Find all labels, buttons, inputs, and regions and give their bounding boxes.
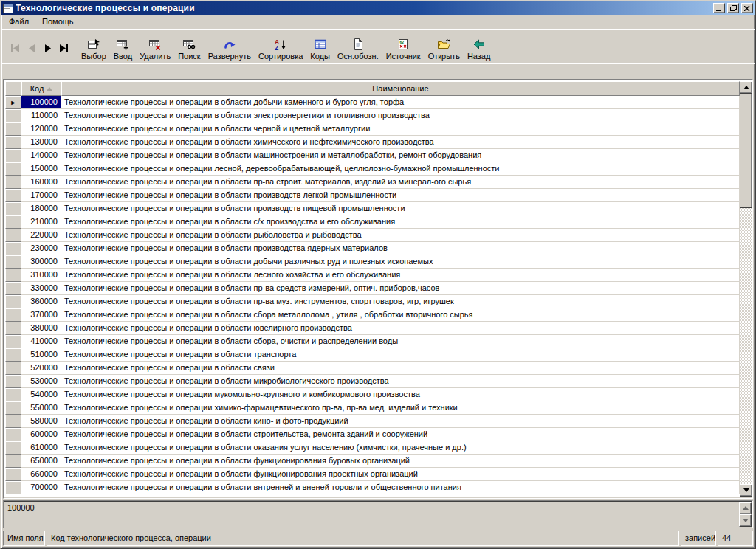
table-row[interactable]: 370000 Технологические процессы и операц…: [5, 308, 740, 322]
row-name-cell[interactable]: Технологические процессы и операции в об…: [61, 189, 740, 202]
row-name-cell[interactable]: Технологические процессы и операции в об…: [61, 109, 740, 122]
back-button[interactable]: Назад: [464, 37, 495, 61]
row-name-cell[interactable]: Технологические процессы и операции в об…: [61, 149, 740, 162]
delete-button[interactable]: Удалить: [136, 37, 174, 61]
row-code-cell[interactable]: 550000: [21, 401, 61, 415]
table-row[interactable]: 300000 Технологические процессы и операц…: [5, 255, 740, 269]
table-row[interactable]: 100000 Технологические процессы и операц…: [5, 96, 740, 109]
table-row[interactable]: 310000 Технологические процессы и операц…: [5, 269, 740, 282]
table-row[interactable]: 510000 Технологические процессы и операц…: [5, 348, 740, 362]
row-name-cell[interactable]: Технологические процессы и операции в об…: [61, 242, 740, 255]
menu-help[interactable]: Помощь: [36, 15, 80, 28]
row-name-cell[interactable]: Технологические процессы и операции в об…: [61, 455, 740, 468]
row-code-cell[interactable]: 650000: [21, 455, 61, 468]
row-name-cell[interactable]: Технологические процессы и операции в об…: [61, 348, 740, 362]
column-header-name[interactable]: Наименование: [61, 81, 740, 96]
insert-button[interactable]: Ввод: [110, 37, 136, 61]
row-name-cell[interactable]: Технологические процессы и операции в об…: [61, 176, 740, 189]
row-code-cell[interactable]: 130000: [21, 136, 61, 149]
row-name-cell[interactable]: Технологические процессы и операции в об…: [61, 415, 740, 428]
table-row[interactable]: 380000 Технологические процессы и операц…: [5, 322, 740, 335]
row-name-cell[interactable]: Технологические процессы и операции в об…: [61, 229, 740, 242]
prior-record-button[interactable]: [25, 43, 38, 54]
memo-field[interactable]: 100000: [4, 501, 738, 528]
minimize-button[interactable]: [713, 3, 725, 13]
table-row[interactable]: 130000 Технологические процессы и операц…: [5, 136, 740, 149]
row-name-cell[interactable]: Технологические процессы и операции хими…: [61, 401, 740, 415]
row-code-cell[interactable]: 170000: [21, 189, 61, 202]
table-row[interactable]: 540000 Технологические процессы и операц…: [5, 388, 740, 401]
row-code-cell[interactable]: 360000: [21, 295, 61, 308]
row-name-cell[interactable]: Технологические процессы и операции в об…: [61, 215, 740, 229]
table-row[interactable]: 170000 Технологические процессы и операц…: [5, 189, 740, 202]
row-name-cell[interactable]: Технологические процессы и операции в об…: [61, 335, 740, 348]
row-code-cell[interactable]: 140000: [21, 149, 61, 162]
table-row[interactable]: 160000 Технологические процессы и операц…: [5, 176, 740, 189]
row-name-cell[interactable]: Технологические процессы и операции муко…: [61, 388, 740, 401]
memo-scroll-down-button[interactable]: [739, 514, 752, 527]
row-name-cell[interactable]: Технологические процессы и операции в об…: [61, 282, 740, 295]
row-name-cell[interactable]: Технологические процессы и операции в об…: [61, 468, 740, 481]
row-name-cell[interactable]: Технологические процессы и операции в об…: [61, 308, 740, 322]
row-code-cell[interactable]: 210000: [21, 215, 61, 229]
row-code-cell[interactable]: 110000: [21, 109, 61, 122]
select-button[interactable]: Выбор: [78, 37, 110, 61]
row-code-cell[interactable]: 660000: [21, 468, 61, 481]
row-code-cell[interactable]: 160000: [21, 176, 61, 189]
table-row[interactable]: 180000 Технологические процессы и операц…: [5, 202, 740, 215]
scrollbar-thumb[interactable]: [740, 94, 752, 208]
last-record-button[interactable]: [58, 43, 70, 54]
next-record-button[interactable]: [41, 43, 54, 54]
row-name-cell[interactable]: Технологические процессы и операции лесн…: [61, 162, 740, 176]
row-name-cell[interactable]: Технологические процессы и операции в об…: [61, 202, 740, 215]
close-button[interactable]: [741, 3, 753, 13]
table-row[interactable]: 150000 Технологические процессы и операц…: [5, 162, 740, 176]
first-record-button[interactable]: [9, 43, 21, 54]
row-name-cell[interactable]: Технологические процессы и операции в об…: [61, 255, 740, 269]
table-row[interactable]: 110000 Технологические процессы и операц…: [5, 109, 740, 122]
row-code-cell[interactable]: 510000: [21, 348, 61, 362]
scrollbar-track[interactable]: [740, 208, 752, 484]
row-code-cell[interactable]: 180000: [21, 202, 61, 215]
row-code-cell[interactable]: 600000: [21, 428, 61, 441]
row-name-cell[interactable]: Технологические процессы и операции в об…: [61, 322, 740, 335]
row-code-cell[interactable]: 530000: [21, 375, 61, 388]
row-code-cell[interactable]: 380000: [21, 322, 61, 335]
row-name-cell[interactable]: Технологические процессы и операции в об…: [61, 96, 740, 109]
row-name-cell[interactable]: Технологические процессы и операции в об…: [61, 122, 740, 136]
column-header-code[interactable]: Код: [21, 81, 61, 96]
table-row[interactable]: 610000 Технологические процессы и операц…: [5, 441, 740, 455]
table-row[interactable]: 330000 Технологические процессы и операц…: [5, 282, 740, 295]
table-row[interactable]: 550000 Технологические процессы и операц…: [5, 401, 740, 415]
scroll-down-button[interactable]: [740, 484, 752, 497]
row-code-cell[interactable]: 150000: [21, 162, 61, 176]
row-name-cell[interactable]: Технологические процессы и операции в об…: [61, 362, 740, 375]
row-code-cell[interactable]: 120000: [21, 122, 61, 136]
search-button[interactable]: Поиск: [174, 37, 204, 61]
row-code-cell[interactable]: 330000: [21, 282, 61, 295]
table-row[interactable]: 650000 Технологические процессы и операц…: [5, 455, 740, 468]
row-code-cell[interactable]: 580000: [21, 415, 61, 428]
table-row[interactable]: 410000 Технологические процессы и операц…: [5, 335, 740, 348]
table-row[interactable]: 120000 Технологические процессы и операц…: [5, 122, 740, 136]
row-code-cell[interactable]: 370000: [21, 308, 61, 322]
row-name-cell[interactable]: Технологические процессы и операции в об…: [61, 295, 740, 308]
main-designation-button[interactable]: Осн.обозн.: [334, 37, 382, 61]
row-code-cell[interactable]: 520000: [21, 362, 61, 375]
table-row[interactable]: 580000 Технологические процессы и операц…: [5, 415, 740, 428]
row-code-cell[interactable]: 700000: [21, 481, 61, 494]
table-row[interactable]: 220000 Технологические процессы и операц…: [5, 229, 740, 242]
sort-button[interactable]: A Z Сортировка: [255, 37, 306, 61]
row-code-cell[interactable]: 230000: [21, 242, 61, 255]
table-row[interactable]: 230000 Технологические процессы и операц…: [5, 242, 740, 255]
table-row[interactable]: 140000 Технологические процессы и операц…: [5, 149, 740, 162]
row-name-cell[interactable]: Технологические процессы и операции в об…: [61, 481, 740, 494]
table-row[interactable]: 600000 Технологические процессы и операц…: [5, 428, 740, 441]
codes-button[interactable]: Коды: [306, 37, 334, 61]
table-row[interactable]: 210000 Технологические процессы и операц…: [5, 215, 740, 229]
row-code-cell[interactable]: 100000: [21, 96, 61, 109]
row-code-cell[interactable]: 220000: [21, 229, 61, 242]
table-row[interactable]: 660000 Технологические процессы и операц…: [5, 468, 740, 481]
source-button[interactable]: 62 Источник: [382, 37, 425, 61]
row-code-cell[interactable]: 610000: [21, 441, 61, 455]
